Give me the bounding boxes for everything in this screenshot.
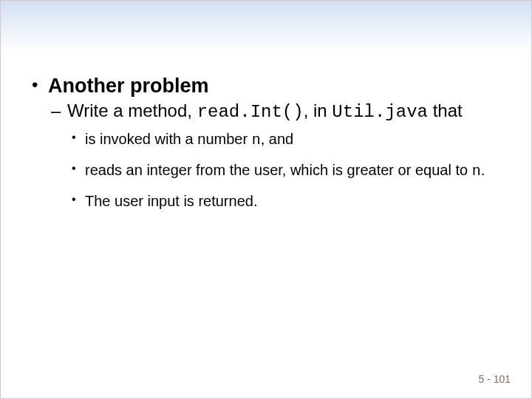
list-item: Another problem Write a method, read.Int… (29, 75, 503, 211)
bullet-list-level1: Another problem Write a method, read.Int… (29, 75, 503, 211)
content-area: Another problem Write a method, read.Int… (29, 75, 503, 222)
page-number: 5 - 101 (478, 373, 511, 385)
text: , in (304, 100, 332, 120)
text: . (481, 162, 485, 178)
text: is invoked with a number (85, 131, 252, 147)
code-file: Util.java (332, 102, 428, 122)
list-item: reads an integer from the user, which is… (67, 160, 503, 181)
code-var: n (472, 163, 481, 180)
text: that (428, 100, 463, 120)
list-item: Write a method, read.Int(), in Util.java… (48, 100, 503, 211)
list-item: The user input is returned. (67, 191, 503, 211)
list-item: is invoked with a number n, and (67, 129, 503, 150)
problem-title: Another problem (48, 75, 209, 97)
code-method: read.Int() (197, 102, 304, 122)
text: reads an integer from the user, which is… (85, 162, 472, 178)
text: Write a method, (67, 100, 197, 120)
text: The user input is returned. (85, 193, 257, 209)
bullet-list-level2: Write a method, read.Int(), in Util.java… (48, 100, 503, 211)
bullet-list-level3: is invoked with a number n, and reads an… (67, 129, 503, 211)
slide: Another problem Write a method, read.Int… (0, 0, 532, 399)
text: , and (261, 131, 293, 147)
code-var: n (252, 132, 261, 149)
